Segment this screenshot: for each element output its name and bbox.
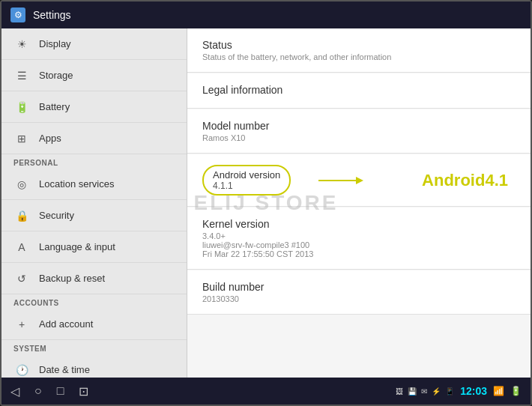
sidebar-item-battery[interactable]: 🔋Battery	[1, 91, 187, 123]
apps-icon: ⊞	[13, 133, 30, 145]
msg-icon: ✉	[421, 387, 427, 396]
sidebar-item-date_time[interactable]: 🕐Date & time	[1, 354, 187, 378]
android-arrow	[318, 173, 363, 188]
info-row-4: Kernel version3.4.0+ liuwei@srv-fw-compi…	[187, 207, 531, 270]
android-version-highlight: Android version4.1.1	[202, 165, 291, 196]
main-content: ☀Display☰Storage🔋Battery⊞AppsPERSONAL◎Lo…	[1, 28, 531, 378]
android4-label: Android4.1	[422, 171, 508, 190]
sidebar-item-language[interactable]: ALanguage & input	[1, 231, 187, 263]
status-bar-right: 🖼 💾 ✉ ⚡ 📱 12:03 📶 🔋	[396, 385, 522, 397]
sidebar-item-security[interactable]: 🔒Security	[1, 200, 187, 231]
android-version-row: Android version4.1.1 Android4.1	[187, 154, 531, 207]
clock: 12:03	[460, 385, 487, 397]
date_time-icon: 🕐	[13, 364, 30, 376]
info-row-0: StatusStatus of the battery, network, an…	[187, 28, 531, 73]
section-header-personal: PERSONAL	[1, 154, 187, 169]
info-sub-0: Status of the battery, network, and othe…	[202, 52, 516, 61]
nav-btn-3[interactable]: ⊡	[79, 384, 88, 399]
svg-marker-1	[356, 177, 363, 184]
usb-icon: ⚡	[432, 387, 441, 396]
sidebar-label-add_account: Add account	[39, 318, 93, 330]
sidebar-label-apps: Apps	[39, 133, 61, 144]
language-icon: A	[13, 241, 30, 253]
info-row-1: Legal information	[187, 73, 531, 109]
info-row-5: Build number20130330	[187, 270, 531, 315]
info-title-0: Status	[202, 39, 516, 51]
add_account-icon: +	[13, 318, 30, 330]
battery-icon: 🔋	[13, 101, 30, 113]
section-header-accounts: ACCOUNTS	[1, 294, 187, 309]
sidebar-label-storage: Storage	[39, 70, 73, 81]
right-panel: StatusStatus of the battery, network, an…	[187, 28, 531, 378]
nav-btn-2[interactable]: □	[57, 384, 64, 398]
image-icon: 🖼	[396, 387, 403, 396]
nav-buttons: ◁○□⊡	[10, 384, 88, 399]
sd-icon: 💾	[408, 387, 417, 396]
display-icon: ☀	[13, 38, 30, 50]
backup-icon: ↺	[13, 273, 30, 285]
nav-btn-1[interactable]: ○	[34, 384, 42, 398]
app-frame: ⚙ Settings ☀Display☰Storage🔋Battery⊞Apps…	[0, 0, 532, 406]
wifi-icon: 📶	[493, 386, 504, 396]
sidebar-item-location[interactable]: ◎Location services	[1, 169, 187, 200]
top-bar-title: Settings	[33, 9, 71, 21]
storage-icon: ☰	[13, 70, 30, 82]
info-sub-2: Ramos X10	[202, 133, 516, 142]
status-icons: 🖼 💾 ✉ ⚡ 📱	[396, 387, 454, 396]
security-icon: 🔒	[13, 210, 30, 222]
sidebar-label-date_time: Date & time	[39, 364, 90, 375]
sidebar-item-display[interactable]: ☀Display	[1, 28, 187, 60]
sidebar-item-backup[interactable]: ↺Backup & reset	[1, 263, 187, 294]
info-title-1: Legal information	[202, 84, 516, 96]
sidebar-label-location: Location services	[39, 178, 114, 190]
info-title-2: Model number	[202, 120, 516, 132]
info-sub-5: 20130330	[202, 294, 516, 303]
sidebar-label-battery: Battery	[39, 101, 70, 112]
info-row-2: Model numberRamos X10	[187, 109, 531, 154]
android-version-label: Android version	[213, 169, 280, 181]
nav-btn-0[interactable]: ◁	[10, 384, 19, 399]
app2-icon: 📱	[445, 387, 454, 396]
sidebar-item-storage[interactable]: ☰Storage	[1, 60, 187, 91]
info-sub-4: 3.4.0+ liuwei@srv-fw-compile3 #100 Fri M…	[202, 231, 516, 258]
sidebar-item-add_account[interactable]: +Add account	[1, 309, 187, 340]
android-version-number: 4.1.1	[213, 181, 280, 191]
top-bar: ⚙ Settings	[1, 1, 531, 28]
sidebar: ☀Display☰Storage🔋Battery⊞AppsPERSONAL◎Lo…	[1, 28, 187, 378]
sidebar-item-apps[interactable]: ⊞Apps	[1, 123, 187, 154]
bottom-bar: ◁○□⊡ 🖼 💾 ✉ ⚡ 📱 12:03 📶 🔋	[1, 378, 531, 405]
section-header-system: SYSTEM	[1, 340, 187, 354]
sidebar-label-security: Security	[39, 210, 74, 221]
location-icon: ◎	[13, 178, 30, 190]
battery-icon: 🔋	[510, 386, 522, 396]
sidebar-label-backup: Backup & reset	[39, 273, 105, 284]
settings-app-icon: ⚙	[10, 7, 25, 22]
info-title-5: Build number	[202, 281, 516, 293]
sidebar-label-language: Language & input	[39, 241, 115, 252]
info-title-4: Kernel version	[202, 218, 516, 230]
sidebar-label-display: Display	[39, 38, 71, 49]
